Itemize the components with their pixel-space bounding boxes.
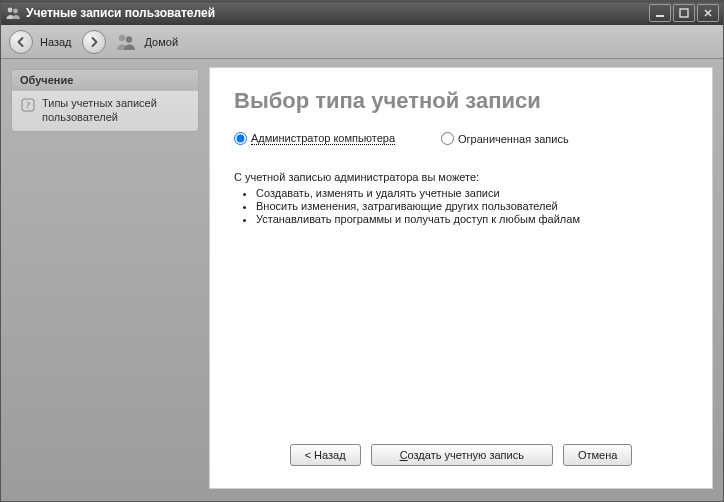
window-body: Обучение ? Типы учетных записей пользова… (1, 59, 723, 501)
minimize-button[interactable] (649, 4, 671, 22)
svg-text:?: ? (26, 100, 30, 110)
svg-point-5 (125, 36, 131, 42)
back-button[interactable]: < Назад (290, 444, 361, 466)
radio-limited-input[interactable] (441, 132, 454, 145)
sidebar-item-label: Типы учетных записей пользователей (42, 97, 190, 125)
desc-bullet-1: Создавать, изменять и удалять учетные за… (256, 187, 688, 199)
sidebar-item-account-types[interactable]: ? Типы учетных записей пользователей (12, 91, 198, 131)
desc-bullet-3: Устанавливать программы и получать досту… (256, 213, 688, 225)
description-list: Создавать, изменять и удалять учетные за… (256, 186, 688, 226)
account-type-radio-group: Администратор компьютера Ограниченная за… (234, 132, 688, 145)
svg-point-1 (13, 9, 18, 14)
radio-limited-label: Ограниченная запись (458, 133, 569, 145)
nav-forward-button[interactable] (82, 30, 106, 54)
cancel-button[interactable]: Отмена (563, 444, 632, 466)
description-intro: С учетной записью администратора вы може… (234, 171, 688, 183)
radio-admin-input[interactable] (234, 132, 247, 145)
svg-point-4 (118, 34, 124, 40)
window-root: Учетные записи пользователей Назад Домой… (0, 0, 724, 502)
window-title: Учетные записи пользователей (26, 6, 647, 20)
users-app-icon (5, 5, 21, 21)
sidebar-heading: Обучение (12, 70, 198, 91)
help-icon: ? (20, 97, 36, 113)
home-icon[interactable] (116, 32, 138, 52)
sidebar: Обучение ? Типы учетных записей пользова… (1, 59, 209, 501)
nav-toolbar: Назад Домой (1, 25, 723, 59)
svg-point-0 (8, 8, 13, 13)
radio-admin[interactable]: Администратор компьютера (234, 132, 395, 145)
svg-rect-3 (680, 9, 688, 17)
nav-home-label: Домой (145, 36, 179, 48)
spacer (234, 226, 688, 444)
wizard-button-row: < Назад Создать учетную запись Отмена (234, 444, 688, 472)
desc-bullet-2: Вносить изменения, затрагивающие других … (256, 200, 688, 212)
nav-back-label: Назад (40, 36, 72, 48)
close-button[interactable] (697, 4, 719, 22)
radio-admin-label: Администратор компьютера (251, 132, 395, 145)
radio-limited[interactable]: Ограниченная запись (441, 132, 569, 145)
maximize-button[interactable] (673, 4, 695, 22)
titlebar: Учетные записи пользователей (1, 1, 723, 25)
create-account-button[interactable]: Создать учетную запись (371, 444, 553, 466)
sidebar-panel-learning: Обучение ? Типы учетных записей пользова… (11, 69, 199, 132)
page-title: Выбор типа учетной записи (234, 88, 688, 114)
main-content: Выбор типа учетной записи Администратор … (209, 67, 713, 489)
nav-back-button[interactable] (9, 30, 33, 54)
svg-rect-2 (656, 15, 664, 17)
